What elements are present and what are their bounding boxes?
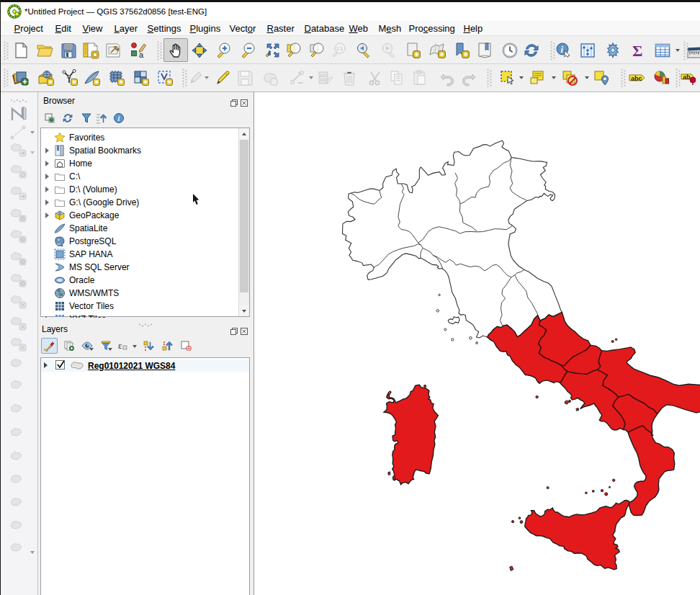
svg-text:a: a — [139, 50, 144, 59]
svg-text:1:1: 1:1 — [336, 46, 344, 51]
svg-text:Σ: Σ — [632, 42, 642, 59]
svg-text:i: i — [118, 115, 120, 122]
svg-text:ab: ab — [683, 73, 691, 81]
svg-text:abc: abc — [631, 75, 642, 82]
svg-text:i: i — [561, 44, 564, 55]
svg-text:ε: ε — [118, 340, 122, 351]
